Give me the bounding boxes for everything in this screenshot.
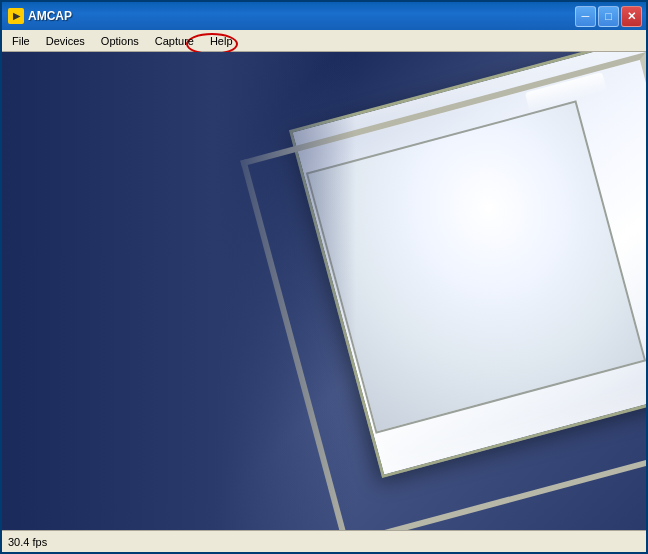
- titlebar-left: ▶ AMCAP: [8, 8, 72, 24]
- dark-overlay: [2, 52, 356, 530]
- main-window: ▶ AMCAP ─ □ ✕ File Devices Options Captu…: [0, 0, 648, 554]
- menubar: File Devices Options Capture Help: [2, 30, 646, 52]
- menu-file[interactable]: File: [4, 33, 38, 49]
- fps-display: 30.4 fps: [8, 536, 47, 548]
- video-area: [2, 52, 646, 530]
- titlebar: ▶ AMCAP ─ □ ✕: [2, 2, 646, 30]
- titlebar-controls: ─ □ ✕: [575, 6, 642, 27]
- close-button[interactable]: ✕: [621, 6, 642, 27]
- minimize-button[interactable]: ─: [575, 6, 596, 27]
- app-icon: ▶: [8, 8, 24, 24]
- maximize-button[interactable]: □: [598, 6, 619, 27]
- menu-devices[interactable]: Devices: [38, 33, 93, 49]
- statusbar: 30.4 fps: [2, 530, 646, 552]
- menu-options[interactable]: Options: [93, 33, 147, 49]
- menu-help[interactable]: Help: [202, 33, 241, 49]
- camera-feed: [2, 52, 646, 530]
- menu-capture[interactable]: Capture: [147, 33, 202, 49]
- titlebar-title: AMCAP: [28, 9, 72, 23]
